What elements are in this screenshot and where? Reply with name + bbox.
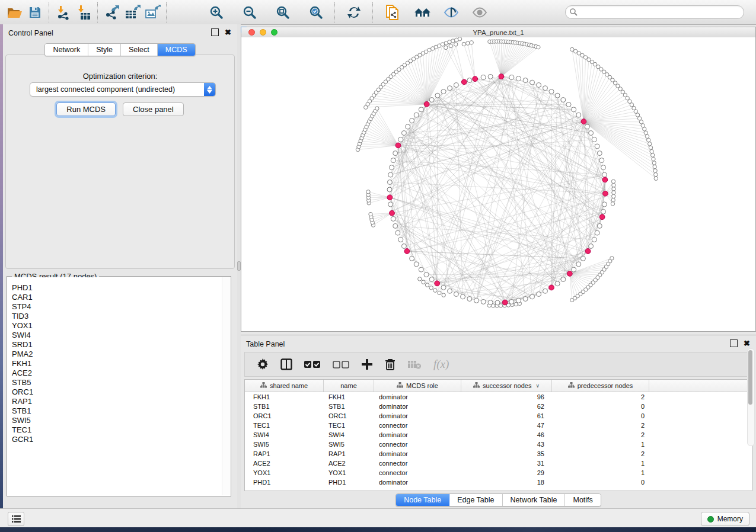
tab-select[interactable]: Select	[121, 44, 158, 56]
table-cell: SWI4	[245, 431, 324, 438]
trash-icon[interactable]	[385, 358, 395, 371]
list-icon	[12, 515, 21, 523]
column-header-shared-name[interactable]: shared name	[245, 380, 324, 392]
table-tab-node-table[interactable]: Node Table	[396, 494, 449, 506]
select-all-icon[interactable]	[304, 360, 321, 368]
tab-network[interactable]: Network	[45, 44, 88, 56]
table-row[interactable]: PHD1PHD1dominator180	[245, 477, 752, 487]
column-type-icon	[568, 382, 575, 389]
add-icon[interactable]	[361, 358, 373, 370]
table-scrollbar-thumb[interactable]	[748, 350, 752, 405]
table-row[interactable]: FKH1FKH1dominator962	[245, 392, 752, 402]
search-input[interactable]	[565, 5, 744, 19]
task-history-button[interactable]	[8, 512, 24, 526]
dropdown-stepper-icon	[204, 83, 215, 96]
criterion-dropdown[interactable]: largest connected component (undirected)	[30, 82, 216, 97]
column-header-MCDS-role[interactable]: MCDS role	[374, 380, 461, 392]
optimization-criterion-label: Optimization criterion:	[6, 72, 234, 81]
table-row[interactable]: ACE2ACE2connector311	[245, 459, 752, 468]
close-panel-icon[interactable]: ✖	[225, 29, 231, 36]
open-folder-icon[interactable]	[5, 2, 25, 23]
table-cell: dominator	[374, 393, 461, 400]
network-window-title: YPA_prune.txt_1	[241, 29, 755, 36]
zoom-out-icon[interactable]	[240, 2, 260, 23]
table-cell: 96	[461, 393, 552, 400]
memory-button[interactable]: Memory	[701, 512, 749, 526]
column-header-predecessor-nodes[interactable]: predecessor nodes	[552, 380, 649, 392]
table-row[interactable]: SWI4SWI4dominator462	[245, 430, 752, 440]
mcds-result-item[interactable]: STB5	[12, 378, 230, 387]
mcds-result-scrollbar[interactable]	[222, 277, 230, 495]
mcds-result-item[interactable]: SWI5	[12, 416, 230, 425]
mcds-result-item[interactable]: SRD1	[12, 340, 230, 350]
table-row[interactable]: ORC1ORC1dominator610	[245, 411, 752, 421]
zoom-selected-icon[interactable]	[306, 2, 326, 23]
column-label: shared name	[270, 382, 308, 389]
mcds-result-item[interactable]: ACE2	[12, 368, 230, 378]
main-toolbar	[0, 0, 756, 25]
table-settings-gear-icon[interactable]	[257, 358, 269, 370]
mcds-result-item[interactable]: STP4	[12, 302, 230, 312]
import-network-icon[interactable]	[53, 2, 74, 23]
clone-network-icon[interactable]	[382, 2, 402, 23]
mcds-result-item[interactable]: PHD1	[12, 283, 230, 293]
mcds-result-item[interactable]: RAP1	[12, 397, 230, 406]
show-columns-icon[interactable]	[280, 358, 292, 370]
network-graph	[241, 37, 755, 331]
table-cell: TEC1	[324, 422, 374, 429]
control-panel-tabs: NetworkStyleSelectMCDS	[44, 43, 195, 56]
table-cell: 61	[461, 412, 552, 419]
tab-mcds[interactable]: MCDS	[158, 44, 195, 56]
mcds-result-item[interactable]: STB1	[12, 406, 230, 416]
network-canvas[interactable]	[241, 37, 755, 331]
zoom-in-icon[interactable]	[206, 2, 227, 23]
run-mcds-button[interactable]: Run MCDS	[56, 102, 116, 116]
table-cell: STB1	[245, 403, 324, 410]
close-panel-button[interactable]: Close panel	[123, 102, 184, 116]
mcds-result-item[interactable]: YOX1	[12, 321, 230, 331]
close-table-panel-icon[interactable]: ✖	[744, 340, 750, 347]
tab-style[interactable]: Style	[88, 44, 121, 56]
network-window-titlebar[interactable]: YPA_prune.txt_1	[241, 27, 755, 38]
mcds-result-item[interactable]: SWI4	[12, 331, 230, 340]
table-row[interactable]: TEC1TEC1connector472	[245, 421, 752, 430]
export-table-icon[interactable]	[122, 2, 142, 23]
mcds-result-item[interactable]: CAR1	[12, 293, 230, 302]
column-header-name[interactable]: name	[324, 380, 374, 392]
mcds-result-item[interactable]: ORC1	[12, 387, 230, 397]
network-overview-houses-icon[interactable]	[413, 2, 433, 23]
mcds-result-item[interactable]: TEC1	[12, 425, 230, 435]
mcds-result-item[interactable]: GCR1	[12, 435, 230, 444]
export-network-icon[interactable]	[102, 2, 122, 23]
node-table[interactable]: shared namenameMCDS rolesuccessor nodes∨…	[244, 379, 752, 491]
memory-label: Memory	[717, 515, 743, 523]
table-row[interactable]: STB1STB1dominator620	[245, 402, 752, 411]
mcds-result-item[interactable]: FKH1	[12, 359, 230, 368]
mcds-result-list[interactable]: PHD1CAR1STP4TID3YOX1SWI4SRD1PMA2FKH1ACE2…	[8, 277, 230, 495]
column-type-icon	[260, 382, 267, 389]
save-floppy-icon[interactable]	[25, 2, 45, 23]
table-tab-edge-table[interactable]: Edge Table	[449, 494, 502, 506]
mcds-result-item[interactable]: TID3	[12, 312, 230, 321]
graphics-details-eye-icon[interactable]	[441, 2, 461, 23]
export-image-icon[interactable]	[142, 2, 162, 23]
table-row[interactable]: YOX1YOX1connector291	[245, 468, 752, 477]
table-tab-motifs[interactable]: Motifs	[565, 494, 600, 506]
status-bar: Memory	[0, 508, 756, 528]
table-scrollbar[interactable]	[747, 348, 755, 446]
column-label: predecessor nodes	[578, 382, 633, 389]
import-table-icon[interactable]	[74, 2, 94, 23]
column-type-icon	[397, 382, 403, 389]
float-table-panel-icon[interactable]	[730, 339, 738, 347]
table-row[interactable]: SWI5SWI5connector431	[245, 440, 752, 449]
table-row[interactable]: RAP1RAP1dominator352	[245, 449, 752, 459]
deselect-all-icon[interactable]	[333, 360, 349, 368]
float-panel-icon[interactable]	[211, 28, 219, 36]
table-cell: 62	[461, 403, 552, 410]
table-cell: PHD1	[324, 479, 374, 486]
mcds-result-item[interactable]: PMA2	[12, 350, 230, 359]
table-tab-network-table[interactable]: Network Table	[503, 494, 566, 506]
column-header-successor-nodes[interactable]: successor nodes∨	[461, 380, 552, 392]
refresh-icon[interactable]	[344, 2, 364, 23]
zoom-fit-icon[interactable]	[273, 2, 293, 23]
